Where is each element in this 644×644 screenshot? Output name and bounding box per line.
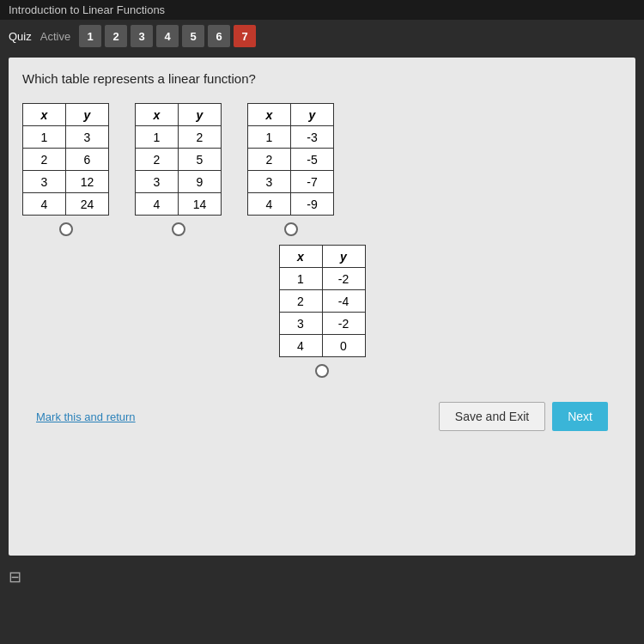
q-num-4[interactable]: 4 [156, 25, 179, 47]
question-text: Which table represents a linear function… [22, 71, 622, 86]
table-cell: 12 [66, 171, 109, 193]
q-num-6[interactable]: 6 [208, 25, 230, 47]
next-button[interactable]: Next [552, 402, 608, 431]
bottom-table-row: x y 1 -2 2 -4 3 -2 4 0 [22, 245, 622, 378]
table-cell: -7 [291, 171, 334, 193]
table-cell: -2 [322, 268, 365, 290]
radio-table-1[interactable] [59, 222, 73, 236]
footer-icon: ⊟ [9, 568, 21, 586]
table-cell: 4 [279, 335, 322, 357]
table-cell: 3 [23, 171, 66, 193]
table2-header-x: x [136, 104, 179, 126]
top-tables-row: x y 1 3 2 6 3 12 4 24 [22, 103, 622, 236]
table-cell: 2 [279, 290, 322, 313]
quiz-label: Quiz [9, 30, 32, 43]
table-4: x y 1 -2 2 -4 3 -2 4 0 [279, 245, 366, 357]
top-bar: Introduction to Linear Functions [0, 0, 644, 20]
table-3: x y 1 -3 2 -5 3 -7 4 -9 [247, 103, 334, 216]
save-exit-button[interactable]: Save and Exit [439, 402, 545, 431]
table-cell: 4 [248, 193, 291, 216]
table-cell: 3 [66, 126, 109, 149]
table4-header-y: y [322, 246, 365, 268]
radio-table-3[interactable] [284, 222, 298, 236]
table-cell: 2 [248, 149, 291, 171]
table-1: x y 1 3 2 6 3 12 4 24 [22, 103, 109, 216]
table-cell: 4 [23, 193, 66, 216]
question-numbers: 1 2 3 4 5 6 7 [79, 25, 256, 47]
q-num-1[interactable]: 1 [79, 25, 101, 47]
footer: ⊟ [0, 561, 644, 593]
table-cell: 9 [179, 171, 222, 193]
table-cell: 4 [136, 193, 179, 216]
table-cell: -4 [322, 290, 365, 313]
bottom-bar: Mark this and return Save and Exit Next [22, 392, 622, 441]
q-num-2[interactable]: 2 [105, 25, 127, 47]
table-cell: 6 [66, 149, 109, 171]
content-area: Which table represents a linear function… [9, 58, 635, 556]
table-cell: 1 [248, 126, 291, 149]
table1-header-x: x [23, 104, 66, 126]
table-option-1: x y 1 3 2 6 3 12 4 24 [22, 103, 109, 236]
mark-return-button[interactable]: Mark this and return [36, 410, 136, 423]
table-cell: 3 [248, 171, 291, 193]
page-title-text: Introduction to Linear Functions [9, 3, 165, 16]
q-num-5[interactable]: 5 [182, 25, 204, 47]
table-option-2: x y 1 2 2 5 3 9 4 14 [135, 103, 222, 236]
table-option-4: x y 1 -2 2 -4 3 -2 4 0 [279, 245, 366, 378]
table-cell: 24 [66, 193, 109, 216]
radio-table-4[interactable] [315, 364, 329, 378]
table-cell: -2 [322, 313, 365, 335]
table-cell: 1 [136, 126, 179, 149]
table4-header-x: x [279, 246, 322, 268]
table-cell: 2 [179, 126, 222, 149]
table-cell: 3 [279, 313, 322, 335]
quiz-bar: Quiz Active 1 2 3 4 5 6 7 [0, 20, 644, 52]
table-2: x y 1 2 2 5 3 9 4 14 [135, 103, 222, 216]
table-cell: 1 [23, 126, 66, 149]
table3-header-y: y [291, 104, 334, 126]
table-cell: 1 [279, 268, 322, 290]
table-cell: 14 [179, 193, 222, 216]
table-cell: -9 [291, 193, 334, 216]
radio-table-2[interactable] [172, 222, 185, 236]
quiz-status: Active [40, 30, 70, 43]
q-num-7[interactable]: 7 [234, 25, 256, 47]
table1-header-y: y [66, 104, 109, 126]
table-cell: 2 [23, 149, 66, 171]
table-cell: 0 [322, 335, 365, 357]
table-cell: 2 [136, 149, 179, 171]
table-cell: -3 [291, 126, 334, 149]
table-option-3: x y 1 -3 2 -5 3 -7 4 -9 [247, 103, 334, 236]
table-cell: 5 [179, 149, 222, 171]
table-cell: 3 [136, 171, 179, 193]
table-cell: -5 [291, 149, 334, 171]
table2-header-y: y [179, 104, 222, 126]
bottom-buttons: Save and Exit Next [439, 402, 608, 431]
q-num-3[interactable]: 3 [131, 25, 153, 47]
table3-header-x: x [248, 104, 291, 126]
